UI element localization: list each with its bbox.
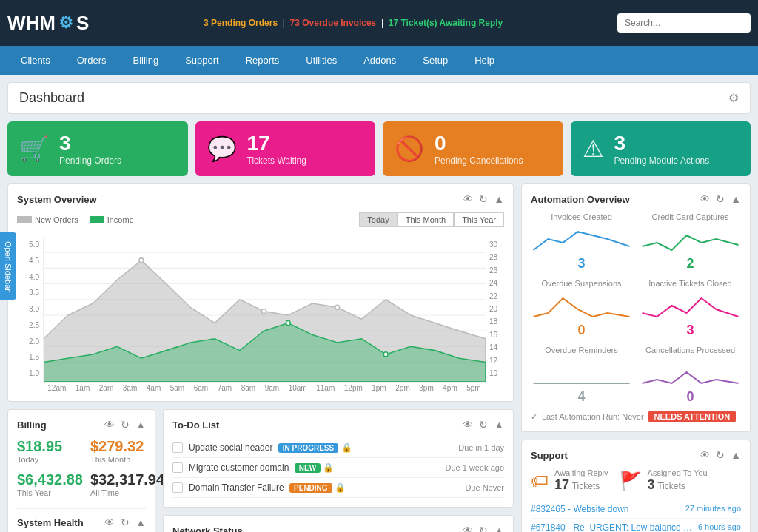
this-year-label: This Year <box>17 488 83 497</box>
stat-info-cancellations: 0 Pending Cancellations <box>435 132 523 166</box>
assigned-info: Assigned To You 3 Tickets <box>648 468 708 493</box>
refresh-icon[interactable]: ↻ <box>121 419 130 431</box>
cancellations-count: 0 <box>435 132 523 155</box>
ticket-text[interactable]: #832465 - Website down <box>531 504 685 514</box>
auto-chart-suspensions <box>531 291 632 320</box>
nav-clients[interactable]: Clients <box>7 46 64 75</box>
chart-legend: New Orders Income <box>17 215 134 224</box>
eye-icon[interactable]: 👁 <box>700 193 710 205</box>
todo-network-col: To-Do List 👁 ↻ ▲ Update social header IN… <box>163 409 514 532</box>
nav-addons[interactable]: Addons <box>350 46 409 75</box>
search-box <box>617 13 751 33</box>
system-overview-header: System Overview 👁 ↻ ▲ <box>17 193 504 205</box>
check-icon: ✓ <box>531 412 537 422</box>
todo-checkbox[interactable] <box>172 442 183 453</box>
assigned-label: Assigned To You <box>648 468 708 477</box>
tickets-awaiting-alert: 17 Ticket(s) Awaiting Reply <box>389 18 503 28</box>
legend-new-orders-label: New Orders <box>35 215 78 224</box>
all-time-amount: $32,317.94 <box>90 471 164 488</box>
ticket-time: 6 hours ago <box>698 522 741 532</box>
col-right: Automation Overview 👁 ↻ ▲ Invoices Creat… <box>521 183 751 532</box>
eye-icon[interactable]: 👁 <box>463 193 473 205</box>
search-input[interactable] <box>617 13 751 33</box>
chart-area: 5.0 4.5 4.0 3.5 3.0 2.5 2.0 1.5 1.0 <box>17 237 504 392</box>
nav-help[interactable]: Help <box>461 46 508 75</box>
chart-svg <box>44 237 486 382</box>
automation-header: Automation Overview 👁 ↻ ▲ <box>531 193 741 205</box>
nav-utilities[interactable]: Utilities <box>292 46 350 75</box>
bottom-row: Billing 👁 ↻ ▲ $18.95 Today $ <box>7 409 514 532</box>
collapse-icon[interactable]: ▲ <box>494 525 504 532</box>
stat-card-tickets[interactable]: 💬 17 Tickets Waiting <box>195 121 376 176</box>
stat-card-module[interactable]: ⚠ 3 Pending Module Actions <box>571 121 751 176</box>
chart-btn-this-month[interactable]: This Month <box>398 212 454 227</box>
billing-actions: 👁 ↻ ▲ <box>104 419 146 431</box>
ticket-text[interactable]: #671840 - Re: URGENT: Low balance in you… <box>531 522 694 532</box>
system-health-header: System Health 👁 ↻ ▲ <box>17 516 146 528</box>
legend-new-orders: New Orders <box>17 215 78 224</box>
awaiting-count-number: 17 <box>554 477 569 492</box>
cancellations-label: Pending Cancellations <box>435 155 523 166</box>
todo-text: Update social header IN PROGRESS 🔒 <box>189 442 452 453</box>
refresh-icon[interactable]: ↻ <box>716 193 725 205</box>
assigned-count: 3 Tickets <box>648 477 708 493</box>
collapse-icon[interactable]: ▲ <box>494 193 504 205</box>
system-health-section: System Health 👁 ↻ ▲ <box>17 508 146 532</box>
refresh-icon[interactable]: ↻ <box>716 449 725 461</box>
eye-icon[interactable]: 👁 <box>463 419 473 431</box>
x-label: 11am <box>316 384 335 392</box>
nav-setup[interactable]: Setup <box>409 46 461 75</box>
module-count: 3 <box>614 132 710 155</box>
eye-icon[interactable]: 👁 <box>700 449 710 461</box>
nav-orders[interactable]: Orders <box>64 46 120 75</box>
todo-checkbox[interactable] <box>172 482 183 493</box>
todo-item: Migrate customer domain NEW 🔒 Due 1 week… <box>172 458 504 478</box>
eye-icon[interactable]: 👁 <box>104 419 115 431</box>
refresh-icon[interactable]: ↻ <box>479 525 488 532</box>
today-amount: $18.95 <box>17 438 83 455</box>
stat-card-orders[interactable]: 🛒 3 Pending Orders <box>7 121 188 176</box>
nav-support[interactable]: Support <box>172 46 232 75</box>
auto-item-invoices: Invoices Created 3 <box>531 212 632 272</box>
x-label: 2am <box>99 384 113 392</box>
automation-panel: Automation Overview 👁 ↻ ▲ Invoices Creat… <box>521 183 751 432</box>
chart-btn-today[interactable]: Today <box>359 212 397 227</box>
refresh-icon[interactable]: ↻ <box>479 419 488 431</box>
x-label: 6am <box>194 384 208 392</box>
x-label: 5am <box>170 384 184 392</box>
collapse-icon[interactable]: ▲ <box>135 419 146 431</box>
nav-billing[interactable]: Billing <box>119 46 172 75</box>
x-label: 4pm <box>443 384 457 392</box>
legend-income: Income <box>90 215 134 224</box>
orders-label: Pending Orders <box>59 155 121 166</box>
todo-checkbox[interactable] <box>172 462 183 473</box>
system-health-title: System Health <box>17 517 84 528</box>
collapse-icon[interactable]: ▲ <box>135 516 146 528</box>
overdue-invoices-alert: 73 Overdue Invoices <box>290 18 377 28</box>
stat-card-cancellations[interactable]: 🚫 0 Pending Cancellations <box>383 121 563 176</box>
auto-item-suspensions: Overdue Suspensions 0 <box>531 279 632 338</box>
auto-label-cancellations: Cancellations Processed <box>640 346 741 354</box>
x-label: 12am <box>47 384 66 392</box>
refresh-icon[interactable]: ↻ <box>121 516 130 528</box>
collapse-icon[interactable]: ▲ <box>731 193 741 205</box>
nav-reports[interactable]: Reports <box>232 46 293 75</box>
eye-icon[interactable]: 👁 <box>463 525 473 532</box>
todo-text: Domain Transfer Failure PENDING 🔒 <box>189 482 459 493</box>
y-label: 1.0 <box>17 369 39 377</box>
y-right-label: 20 <box>489 305 504 313</box>
support-ticket-item: #832465 - Website down 27 minutes ago <box>531 500 741 519</box>
billing-grid: $18.95 Today $279.32 This Month $6,432.8… <box>17 438 146 497</box>
tickets-label: Tickets Waiting <box>247 155 306 166</box>
eye-icon[interactable]: 👁 <box>104 516 115 528</box>
sidebar-tab[interactable]: Open Sidebar <box>0 232 16 300</box>
main-content: Dashboard ⚙ 🛒 3 Pending Orders 💬 17 Tick… <box>0 75 758 532</box>
collapse-icon[interactable]: ▲ <box>731 449 741 461</box>
module-label: Pending Module Actions <box>614 155 710 166</box>
collapse-icon[interactable]: ▲ <box>494 419 504 431</box>
chart-btn-this-year[interactable]: This Year <box>454 212 504 227</box>
x-label: 1pm <box>372 384 386 392</box>
refresh-icon[interactable]: ↻ <box>479 193 488 205</box>
dashboard-settings-icon[interactable]: ⚙ <box>728 91 739 105</box>
todo-header: To-Do List 👁 ↻ ▲ <box>172 419 504 431</box>
